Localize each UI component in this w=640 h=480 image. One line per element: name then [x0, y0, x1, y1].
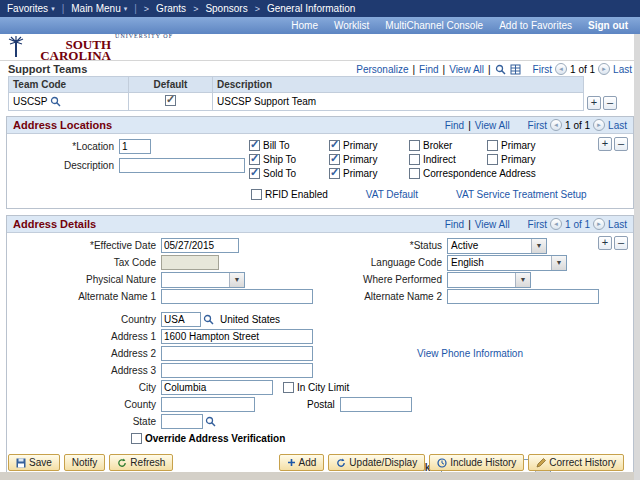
- support-teams-header: Support Teams Personalize | Find | View …: [0, 61, 640, 76]
- effective-date-input[interactable]: [161, 238, 239, 253]
- view-all-link[interactable]: View All: [475, 120, 510, 131]
- download-grid-icon[interactable]: [510, 64, 521, 75]
- address-details-section: Address Details Find | View All First ◄ …: [6, 215, 634, 480]
- team-code-lookup-icon[interactable]: [50, 96, 61, 107]
- logo-text: UNIVERSITY OF SOUTH CAROLINA: [30, 33, 178, 61]
- add-location-button[interactable]: +: [598, 137, 612, 151]
- breadcrumb-arrow-icon: >: [255, 4, 260, 14]
- address3-input[interactable]: [161, 363, 313, 378]
- language-code-select[interactable]: English ▼: [447, 255, 567, 271]
- physical-nature-label: Physical Nature: [13, 274, 161, 285]
- sign-out-link[interactable]: Sign out: [588, 20, 628, 31]
- correct-history-button[interactable]: Correct History: [528, 454, 624, 471]
- main-menu[interactable]: Main Menu ▾: [71, 3, 127, 14]
- physical-nature-select[interactable]: ▼: [161, 272, 245, 288]
- home-link[interactable]: Home: [291, 20, 318, 31]
- next-row-icon[interactable]: ►: [593, 119, 605, 131]
- broker-primary-checkbox[interactable]: [487, 140, 498, 151]
- add-address-row-button[interactable]: +: [598, 236, 612, 250]
- main-menu-label: Main Menu: [71, 3, 120, 14]
- first-link[interactable]: First: [533, 64, 552, 75]
- correspondence-address-label: Correspondence Address: [423, 168, 536, 179]
- bottom-toolbar: Save Notify Refresh Add Update/Display I…: [0, 454, 632, 471]
- location-input[interactable]: [119, 139, 151, 154]
- chevron-down-icon: ▼: [551, 256, 566, 270]
- status-select[interactable]: Active ▼: [447, 238, 547, 254]
- rfid-enabled-checkbox[interactable]: [251, 189, 262, 200]
- country-lookup-icon[interactable]: [203, 314, 214, 325]
- broker-checkbox[interactable]: [409, 140, 420, 151]
- breadcrumb-sponsors[interactable]: Sponsors: [205, 3, 247, 14]
- find-link[interactable]: Find: [445, 219, 464, 230]
- next-row-icon[interactable]: ►: [598, 63, 610, 75]
- description-input[interactable]: [119, 158, 245, 173]
- delete-address-row-button[interactable]: –: [614, 236, 628, 250]
- default-checkbox[interactable]: [165, 95, 176, 106]
- breadcrumb-grants[interactable]: Grants: [156, 3, 186, 14]
- worklist-link[interactable]: Worklist: [334, 20, 369, 31]
- state-lookup-icon[interactable]: [205, 416, 216, 427]
- indirect-checkbox[interactable]: [409, 154, 420, 165]
- address2-input[interactable]: [161, 346, 313, 361]
- last-link[interactable]: Last: [613, 64, 632, 75]
- sold-to-label: Sold To: [263, 168, 296, 179]
- vat-default-link[interactable]: VAT Default: [366, 189, 418, 200]
- team-description-value: USCSP Support Team: [213, 93, 584, 111]
- last-link[interactable]: Last: [608, 219, 627, 230]
- sold-primary-checkbox[interactable]: [329, 168, 340, 179]
- view-all-link[interactable]: View All: [475, 219, 510, 230]
- sold-to-checkbox[interactable]: [249, 168, 260, 179]
- scrollbar-track[interactable]: [634, 34, 640, 480]
- address1-input[interactable]: [161, 329, 313, 344]
- first-link[interactable]: First: [528, 120, 547, 131]
- personalize-link[interactable]: Personalize: [356, 64, 408, 75]
- disk-icon: [16, 458, 26, 468]
- ship-primary-checkbox[interactable]: [329, 154, 340, 165]
- status-value: Active: [448, 240, 531, 251]
- bill-to-label: Bill To: [263, 140, 290, 151]
- add-row-button[interactable]: +: [587, 96, 601, 110]
- state-input[interactable]: [161, 414, 203, 429]
- alternate-name2-input[interactable]: [447, 289, 599, 304]
- primary-label: Primary: [343, 168, 377, 179]
- delete-location-button[interactable]: –: [614, 137, 628, 151]
- postal-input[interactable]: [340, 397, 412, 412]
- indirect-primary-checkbox[interactable]: [487, 154, 498, 165]
- bill-primary-checkbox[interactable]: [329, 140, 340, 151]
- include-history-button[interactable]: Include History: [429, 454, 524, 471]
- previous-row-icon[interactable]: ◄: [550, 218, 562, 230]
- where-performed-select[interactable]: ▼: [447, 272, 531, 288]
- view-all-link[interactable]: View All: [449, 64, 484, 75]
- previous-row-icon[interactable]: ◄: [550, 119, 562, 131]
- breadcrumb-general-information[interactable]: General Information: [267, 3, 355, 14]
- override-address-verification-checkbox[interactable]: [131, 433, 142, 444]
- delete-row-button[interactable]: –: [603, 96, 617, 110]
- notify-button[interactable]: Notify: [64, 454, 106, 471]
- bill-to-checkbox[interactable]: [249, 140, 260, 151]
- add-to-favorites-link[interactable]: Add to Favorites: [499, 20, 572, 31]
- county-input[interactable]: [161, 397, 255, 412]
- save-button[interactable]: Save: [8, 454, 60, 471]
- correspondence-address-checkbox[interactable]: [409, 168, 420, 179]
- vat-service-treatment-setup-link[interactable]: VAT Service Treatment Setup: [456, 189, 587, 200]
- previous-row-icon[interactable]: ◄: [555, 63, 567, 75]
- last-link[interactable]: Last: [608, 120, 627, 131]
- zoom-grid-icon[interactable]: [495, 64, 506, 75]
- find-link[interactable]: Find: [445, 120, 464, 131]
- multichannel-console-link[interactable]: MultiChannel Console: [385, 20, 483, 31]
- add-button[interactable]: Add: [279, 454, 325, 471]
- in-city-limit-checkbox[interactable]: [283, 382, 294, 393]
- alternate-name1-input[interactable]: [161, 289, 313, 304]
- find-link[interactable]: Find: [419, 64, 438, 75]
- update-display-button[interactable]: Update/Display: [328, 454, 425, 471]
- next-row-icon[interactable]: ►: [593, 218, 605, 230]
- chevron-down-icon: ▾: [51, 5, 55, 13]
- city-input[interactable]: [161, 380, 273, 395]
- refresh-button[interactable]: Refresh: [109, 454, 173, 471]
- view-phone-information-link[interactable]: View Phone Information: [417, 348, 523, 359]
- country-input[interactable]: [161, 312, 201, 327]
- favorites-menu[interactable]: Favorites ▾: [7, 3, 55, 14]
- ship-to-checkbox[interactable]: [249, 154, 260, 165]
- clock-icon: [437, 458, 447, 468]
- first-link[interactable]: First: [528, 219, 547, 230]
